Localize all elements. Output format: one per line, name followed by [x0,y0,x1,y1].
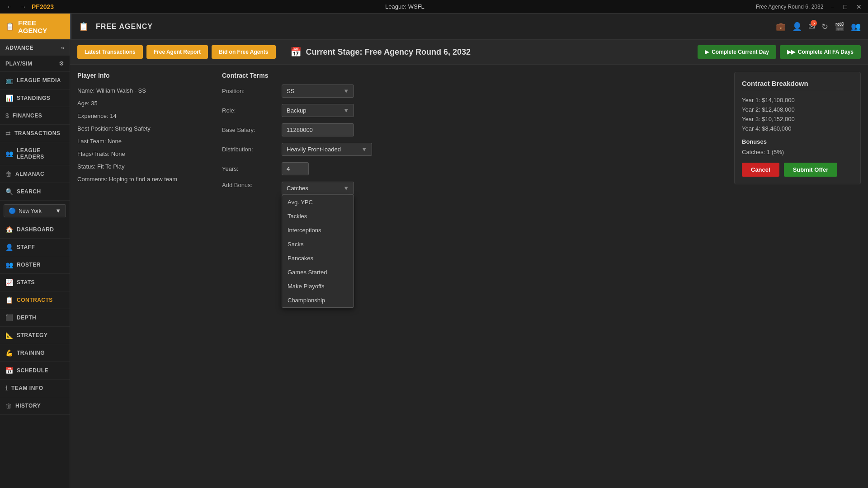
sidebar-item-league-leaders[interactable]: 👥 LEAGUE LEADERS [0,142,70,165]
refresh-button[interactable]: ↻ [821,22,828,32]
add-bonus-label: Add Bonus: [222,182,276,188]
distribution-group: Distribution: Heavily Front-loaded ▼ [222,143,725,156]
stage-calendar-icon: 📅 [290,47,302,57]
close-button[interactable]: ✕ [854,3,863,10]
sidebar-item-transactions[interactable]: ⇄ TRANSACTIONS [0,125,70,142]
sidebar-item-advance[interactable]: ADVANCE » [0,40,70,56]
league-media-label: LEAGUE MEDIA [17,77,61,84]
add-bonus-select[interactable]: Catches ▼ [282,182,354,195]
sidebar-item-schedule[interactable]: 📅 SCHEDULE [0,362,70,380]
finances-icon: $ [5,112,9,119]
strategy-icon: 📐 [5,332,13,339]
distribution-value: Heavily Front-loaded [287,146,341,153]
sidebar-item-playsim[interactable]: PLAY/SIM ⚙ [0,56,70,72]
dropdown-item-make-playoffs[interactable]: Make Playoffs [282,279,354,293]
mail-button[interactable]: ✉ 5 [808,22,815,32]
maximize-button[interactable]: □ [842,3,849,10]
player-info-list: Name: William Walsh - SS Age: 35 Experie… [77,84,213,186]
sidebar-item-contracts[interactable]: 📋 CONTRACTS [0,291,70,309]
position-select[interactable]: SS ▼ [282,84,354,98]
standings-label: STANDINGS [17,95,50,101]
sidebar-item-stats[interactable]: 📈 STATS [0,274,70,291]
users-button[interactable]: 👥 [851,22,861,32]
cancel-button[interactable]: Cancel [742,163,779,177]
title-bar: ← → PF2023 League: WSFL Free Agency Roun… [0,0,868,14]
sidebar-item-almanac[interactable]: 🗑 ALMANAC [0,165,70,183]
bonuses-section: Bonuses Catches: 1 (5%) [742,138,853,155]
person-button[interactable]: 👤 [792,22,802,32]
distribution-select[interactable]: Heavily Front-loaded ▼ [282,143,372,156]
sidebar-item-dashboard[interactable]: 🏠 DASHBOARD [0,221,70,239]
latest-transactions-button[interactable]: Latest Transactions [77,45,143,59]
minimize-button[interactable]: − [829,3,836,10]
team-selector[interactable]: 🔵 New York ▼ [4,204,66,217]
dropdown-item-sacks[interactable]: Sacks [282,237,354,251]
bid-on-free-agents-button[interactable]: Bid on Free Agents [212,45,276,59]
sidebar-item-strategy[interactable]: 📐 STRATEGY [0,327,70,344]
free-agency-title: FREE AGENCY [96,23,153,31]
years-group: Years: [222,162,725,175]
contract-terms-title: Contract Terms [222,72,725,79]
add-bonus-arrow: ▼ [343,185,349,192]
sidebar-item-finances[interactable]: $ FINANCES [0,107,70,125]
dropdown-item-interceptions[interactable]: Interceptions [282,223,354,237]
transactions-label: TRANSACTIONS [14,130,60,136]
base-salary-input[interactable] [282,123,354,136]
role-group: Role: Backup ▼ [222,104,725,117]
finances-label: FINANCES [13,113,42,119]
sidebar-item-training[interactable]: 💪 TRAINING [0,344,70,362]
sidebar-item-staff[interactable]: 👤 STAFF [0,239,70,256]
player-info-panel: Player Info Name: William Walsh - SS Age… [77,72,213,481]
training-icon: 💪 [5,349,13,357]
sidebar-item-league-media[interactable]: 📺 LEAGUE MEDIA [0,72,70,89]
main-content: Player Info Name: William Walsh - SS Age… [70,65,868,488]
stage-info: 📅 Current Stage: Free Agency Round 6, 20… [290,47,471,57]
stats-icon: 📈 [5,279,13,286]
back-button[interactable]: ← [5,3,14,10]
staff-icon: 👤 [5,244,13,251]
league-leaders-label: LEAGUE LEADERS [17,147,64,160]
player-flags: Flags/Traits: None [77,148,213,160]
complete-current-day-button[interactable]: ▶ Complete Current Day [698,45,776,59]
bonus-item-catches: Catches: 1 (5%) [742,149,853,155]
playsim-label: PLAY/SIM [5,61,33,67]
free-agency-icon: 📋 [79,22,89,32]
sidebar-item-depth[interactable]: ⬛ DEPTH [0,309,70,327]
stage-info-title: Free Agency Round 6, 2032 [756,4,823,10]
dropdown-item-pancakes[interactable]: Pancakes [282,251,354,265]
team-dropdown-arrow: ▼ [55,207,61,214]
sidebar-item-roster[interactable]: 👥 ROSTER [0,256,70,274]
complete-all-fa-days-button[interactable]: ▶▶ Complete All FA Days [780,45,861,59]
dropdown-item-avg-ypc[interactable]: Avg. YPC [282,195,354,209]
dropdown-item-championship[interactable]: Championship [282,293,354,307]
briefcase-button[interactable]: 💼 [776,22,786,32]
sidebar-item-standings[interactable]: 📊 STANDINGS [0,89,70,107]
free-agency-header-icon: 📋 [5,22,14,31]
submit-offer-button[interactable]: Submit Offer [784,163,838,177]
advance-label: ADVANCE [5,45,33,51]
dropdown-item-games-started[interactable]: Games Started [282,265,354,279]
base-salary-group: Base Salary: [222,123,725,136]
complete-buttons: ▶ Complete Current Day ▶▶ Complete All F… [698,45,861,59]
breakdown-box: Contract Breakdown Year 1: $14,100,000 Y… [734,72,861,184]
free-agent-report-button[interactable]: Free Agent Report [146,45,208,59]
add-bonus-group: Add Bonus: Catches ▼ Avg. YPC Tackles In… [222,182,725,308]
app-header: 📋 FREE AGENCY 📋 FREE AGENCY 💼 👤 ✉ 5 ↻ 🎬 … [0,14,868,40]
sidebar-item-search[interactable]: 🔍 SEARCH [0,183,70,201]
player-best-position: Best Position: Strong Safety [77,122,213,135]
role-select[interactable]: Backup ▼ [282,104,354,117]
forward-button[interactable]: → [18,3,28,10]
sidebar: ADVANCE » PLAY/SIM ⚙ 📺 LEAGUE MEDIA 📊 ST… [0,40,70,488]
contract-panel: Contract Terms Position: SS ▼ Role: Back… [222,72,725,481]
breakdown-year-2: Year 2: $12,408,000 [742,106,853,113]
dropdown-item-tackles[interactable]: Tackles [282,209,354,223]
sidebar-item-history[interactable]: 🗑 HISTORY [0,397,70,415]
sidebar-item-team-info[interactable]: ℹ TEAM INFO [0,380,70,397]
video-button[interactable]: 🎬 [835,22,844,32]
advance-arrow: » [61,44,64,51]
breakdown-actions: Cancel Submit Offer [742,163,853,177]
position-label: Position: [222,88,276,94]
complete-all-arrow: ▶▶ [787,49,795,55]
years-input[interactable] [282,162,309,175]
contracts-icon: 📋 [5,296,13,304]
